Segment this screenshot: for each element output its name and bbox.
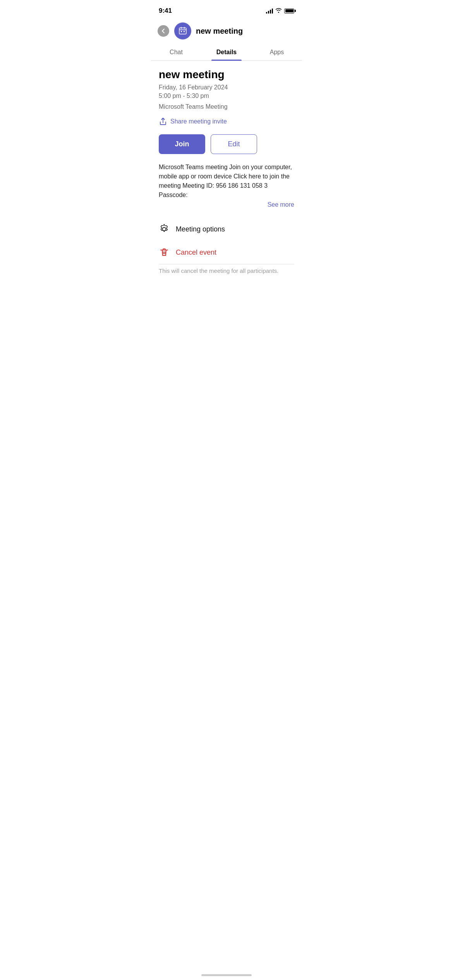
svg-rect-5: [184, 31, 185, 32]
see-more-button[interactable]: See more: [159, 201, 294, 208]
meeting-time: 5:00 pm - 5:30 pm: [159, 93, 294, 99]
divider: [159, 264, 294, 264]
battery-icon: [284, 9, 294, 14]
cancel-note: This will cancel the meeting for all par…: [159, 267, 294, 280]
share-invite-label: Share meeting invite: [170, 118, 227, 125]
status-icons: [266, 8, 294, 14]
action-buttons: Join Edit: [159, 134, 294, 154]
meeting-options-label: Meeting options: [176, 225, 225, 233]
wifi-icon: [275, 8, 282, 14]
tab-chat[interactable]: Chat: [151, 44, 201, 60]
meeting-options-row[interactable]: Meeting options: [159, 218, 294, 241]
back-button[interactable]: [157, 25, 170, 37]
share-invite-button[interactable]: Share meeting invite: [159, 117, 294, 126]
status-bar: 9:41: [151, 0, 302, 19]
meeting-date: Friday, 16 February 2024: [159, 84, 294, 91]
status-time: 9:41: [159, 7, 172, 15]
header: new meeting: [151, 19, 302, 44]
meeting-type: Microsoft Teams Meeting: [159, 103, 294, 110]
gear-icon: [159, 224, 170, 235]
cancel-event-label: Cancel event: [176, 248, 216, 257]
cancel-event-row[interactable]: Cancel event: [159, 241, 294, 264]
meeting-info-text: Microsoft Teams meeting Join on your com…: [159, 163, 294, 200]
svg-rect-4: [181, 31, 182, 32]
signal-icon: [266, 8, 273, 14]
join-button[interactable]: Join: [159, 134, 205, 154]
meeting-title: new meeting: [159, 69, 294, 81]
edit-button[interactable]: Edit: [211, 134, 257, 154]
share-icon: [159, 117, 167, 126]
svg-line-7: [163, 252, 163, 254]
trash-icon: [159, 247, 170, 258]
tab-details[interactable]: Details: [201, 44, 252, 60]
header-title: new meeting: [196, 27, 243, 36]
details-content: new meeting Friday, 16 February 2024 5:0…: [151, 61, 302, 288]
svg-line-8: [165, 252, 166, 254]
tab-apps[interactable]: Apps: [252, 44, 302, 60]
tabs-container: Chat Details Apps: [151, 44, 302, 61]
svg-rect-0: [179, 28, 186, 34]
meeting-avatar: [174, 22, 191, 39]
